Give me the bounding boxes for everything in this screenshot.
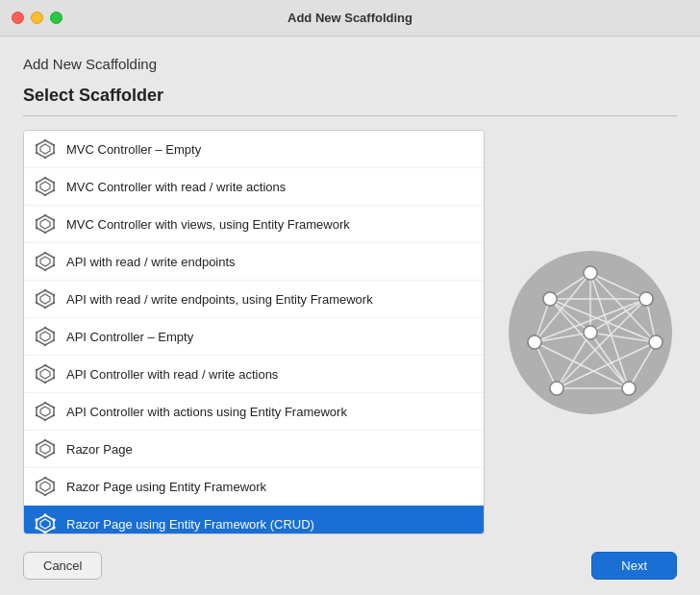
svg-marker-48 [37, 365, 54, 383]
scaffolder-icon [34, 175, 57, 198]
svg-marker-56 [37, 403, 54, 420]
svg-marker-64 [37, 440, 54, 458]
svg-point-123 [639, 292, 653, 306]
svg-point-62 [36, 414, 38, 416]
content-area: MVC Controller – Empty MVC Controller wi… [23, 130, 677, 534]
svg-point-10 [44, 177, 46, 179]
list-item[interactable]: API Controller with read / write actions [24, 356, 484, 393]
cancel-button[interactable]: Cancel [23, 552, 102, 580]
svg-point-27 [53, 257, 55, 259]
svg-marker-65 [40, 444, 50, 454]
svg-point-52 [53, 377, 55, 379]
list-item[interactable]: Razor Page using Entity Framework (CRUD) [24, 506, 484, 534]
svg-point-43 [53, 332, 55, 334]
list-item[interactable]: API with read / write endpoints, using E… [24, 281, 484, 318]
scaffolder-list[interactable]: MVC Controller – Empty MVC Controller wi… [23, 130, 485, 534]
svg-point-63 [36, 407, 38, 409]
svg-point-28 [53, 264, 55, 266]
list-item[interactable]: Razor Page [24, 431, 484, 468]
svg-point-59 [53, 407, 55, 409]
scaffolder-icon [34, 475, 57, 498]
list-item[interactable]: API Controller – Empty [24, 318, 484, 356]
list-item[interactable]: API Controller with actions using Entity… [24, 393, 484, 431]
scaffolder-label: MVC Controller with views, using Entity … [66, 217, 350, 232]
minimize-button[interactable] [31, 12, 43, 24]
svg-marker-81 [40, 519, 50, 529]
list-item[interactable]: MVC Controller – Empty [24, 131, 484, 168]
svg-point-15 [36, 182, 38, 184]
svg-point-71 [36, 444, 38, 446]
svg-point-83 [53, 519, 55, 521]
svg-point-125 [622, 382, 636, 395]
svg-marker-40 [37, 328, 54, 345]
scaffolder-label: MVC Controller – Empty [66, 142, 201, 157]
maximize-button[interactable] [50, 12, 62, 24]
scaffolder-label: API Controller with read / write actions [66, 367, 278, 382]
svg-point-5 [44, 157, 46, 159]
svg-point-11 [53, 182, 55, 184]
svg-point-85 [44, 532, 46, 533]
svg-point-66 [44, 439, 46, 441]
list-item[interactable]: MVC Controller with read / write actions [24, 168, 484, 206]
window-title: Add New Scaffolding [288, 11, 412, 25]
svg-point-84 [53, 527, 55, 529]
scaffolder-label: Razor Page using Entity Framework [66, 480, 266, 494]
scaffolder-label: Razor Page [66, 442, 133, 457]
svg-marker-33 [40, 294, 50, 304]
next-button[interactable]: Next [591, 552, 677, 580]
svg-point-38 [36, 302, 38, 304]
svg-point-3 [53, 144, 55, 146]
svg-point-60 [53, 414, 55, 416]
svg-point-79 [36, 482, 38, 483]
dialog-body: Add New Scaffolding Select Scaffolder MV… [0, 37, 700, 595]
scaffolder-label: API Controller with actions using Entity… [66, 405, 347, 419]
svg-marker-41 [40, 332, 50, 341]
scaffolder-icon [34, 512, 57, 534]
scaffolder-label: MVC Controller with read / write actions [66, 180, 286, 194]
svg-point-77 [44, 494, 46, 496]
svg-point-22 [36, 227, 38, 229]
svg-point-30 [36, 264, 38, 266]
svg-point-121 [584, 326, 597, 339]
svg-point-47 [36, 332, 38, 334]
scaffolder-icon [34, 287, 57, 310]
list-item[interactable]: MVC Controller with views, using Entity … [24, 206, 484, 243]
close-button[interactable] [12, 12, 24, 24]
section-title: Select Scaffolder [23, 86, 677, 106]
svg-point-76 [53, 489, 55, 491]
svg-point-39 [36, 294, 38, 296]
scaffolder-icon [34, 212, 57, 236]
scaffolder-icon [34, 250, 57, 273]
svg-point-58 [44, 402, 46, 404]
list-item[interactable]: Razor Page using Entity Framework [24, 468, 484, 506]
scaffolder-icon [34, 362, 57, 385]
svg-point-54 [36, 377, 38, 379]
svg-point-74 [44, 477, 46, 479]
svg-point-7 [36, 144, 38, 146]
svg-point-13 [44, 194, 46, 196]
svg-marker-8 [37, 178, 54, 195]
svg-point-86 [36, 527, 38, 529]
svg-point-51 [53, 369, 55, 371]
svg-point-70 [36, 452, 38, 454]
svg-point-21 [44, 232, 46, 234]
svg-point-20 [53, 227, 55, 229]
scaffolder-label: Razor Page using Entity Framework (CRUD) [66, 517, 314, 532]
svg-marker-0 [37, 140, 54, 158]
scaffolder-label: API with read / write endpoints, using E… [66, 292, 373, 307]
svg-point-14 [36, 189, 38, 191]
svg-point-124 [649, 335, 662, 349]
svg-point-34 [44, 289, 46, 291]
scaffolder-icon [34, 437, 57, 460]
svg-point-126 [550, 382, 563, 395]
preview-graphic [504, 246, 677, 419]
list-item[interactable]: API with read / write endpoints [24, 243, 484, 281]
svg-point-12 [53, 189, 55, 191]
traffic-lights [12, 12, 62, 24]
svg-marker-49 [40, 369, 50, 379]
svg-point-87 [36, 519, 38, 521]
svg-point-2 [44, 139, 46, 141]
svg-point-36 [53, 302, 55, 304]
svg-marker-1 [40, 144, 50, 154]
svg-marker-9 [40, 182, 50, 191]
